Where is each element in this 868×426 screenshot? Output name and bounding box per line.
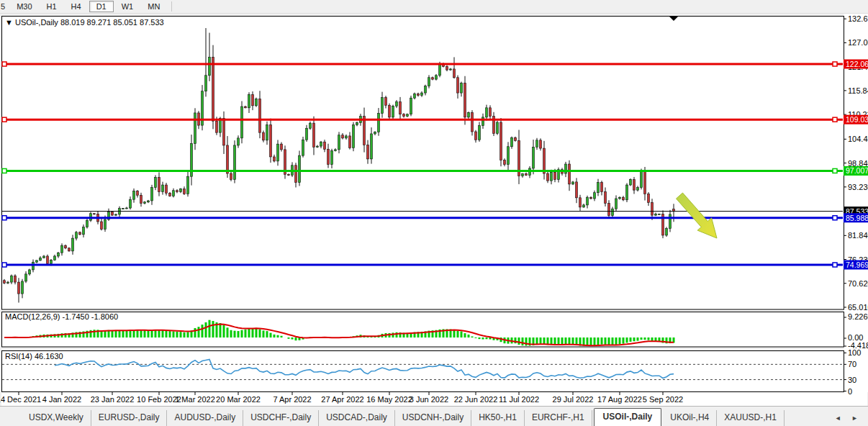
rsi-label: RSI(14) 46.1630 <box>5 352 63 361</box>
tab-eurusd-daily[interactable]: EURUSD-,Daily <box>91 410 168 426</box>
period-button-m30[interactable]: M30 <box>10 1 38 12</box>
tab-audusd-daily[interactable]: AUDUSD-,Daily <box>167 410 243 426</box>
svg-text:4 Jan 2022: 4 Jan 2022 <box>42 395 81 404</box>
svg-text:0: 0 <box>848 387 852 396</box>
svg-text:9.2266: 9.2266 <box>848 312 868 321</box>
svg-text:11 Jul 2022: 11 Jul 2022 <box>499 395 539 404</box>
svg-text:27 Apr 2022: 27 Apr 2022 <box>321 395 363 404</box>
svg-text:132.670: 132.670 <box>848 14 868 23</box>
period-button-h4[interactable]: H4 <box>65 1 88 12</box>
tab-hk50-h1[interactable]: HK50-,H1 <box>471 410 525 426</box>
tab-usoil-daily[interactable]: USOil-,Daily <box>594 408 662 426</box>
svg-text:109.036: 109.036 <box>846 115 868 124</box>
period-button-mn[interactable]: MN <box>141 1 166 12</box>
rsi-panel[interactable] <box>2 351 844 392</box>
svg-text:29 Jul 2022: 29 Jul 2022 <box>553 395 594 404</box>
period-button-5[interactable]: 5 <box>0 1 9 12</box>
svg-text:122.066: 122.066 <box>846 60 868 68</box>
tab-usdcad-daily[interactable]: USDCAD-,Daily <box>319 410 395 426</box>
svg-text:81.840: 81.840 <box>848 231 868 240</box>
tab-usdx-weekly[interactable]: USDX,Weekly <box>22 410 91 426</box>
macd-panel[interactable] <box>2 312 844 348</box>
tabs: USDX,WeeklyEURUSD-,DailyAUDUSD-,DailyUSD… <box>22 407 785 426</box>
tab-scroll-left-icon[interactable]: ◄ <box>835 414 846 422</box>
svg-text:14 Dec 2021: 14 Dec 2021 <box>0 395 41 404</box>
svg-text:93.230: 93.230 <box>848 183 868 191</box>
svg-text:74.969: 74.969 <box>846 260 868 269</box>
svg-text:7 Apr 2022: 7 Apr 2022 <box>273 395 311 404</box>
svg-text:127.060: 127.060 <box>848 38 868 47</box>
period-toolbar: 5M30H1H4D1W1MN <box>0 0 868 14</box>
svg-text:70.620: 70.620 <box>848 279 868 288</box>
svg-text:100: 100 <box>848 348 861 357</box>
instrument-tabbar: USDX,WeeklyEURUSD-,DailyAUDUSD-,DailyUSD… <box>0 406 868 426</box>
svg-text:65.010: 65.010 <box>848 303 868 312</box>
period-button-d1[interactable]: D1 <box>89 1 114 12</box>
svg-text:104.450: 104.450 <box>848 135 868 143</box>
chart-title: ▼ USOil-,Daily 88.019 89.271 85.051 87.5… <box>5 18 164 27</box>
tab-xauusd-h1[interactable]: XAUUSD-,H1 <box>717 410 785 426</box>
svg-text:70: 70 <box>848 360 856 368</box>
chart-canvas[interactable]: 132.670127.060121.450115.840110.230104.4… <box>0 0 868 426</box>
tab-usdchf-daily[interactable]: USDCHF-,Daily <box>243 410 319 426</box>
svg-text:1 Mar 2022: 1 Mar 2022 <box>175 395 215 404</box>
tab-scroll-arrows: ◄ ► <box>835 414 868 422</box>
tab-ukoil-h4[interactable]: UKOil-,H4 <box>663 410 717 426</box>
macd-label: MACD(12,26,9) -1.7450 -1.8060 <box>5 312 118 321</box>
collapse-triangle-icon[interactable]: ▼ <box>5 18 15 27</box>
tab-scroll-right-icon[interactable]: ► <box>851 414 862 422</box>
period-button-w1[interactable]: W1 <box>115 1 140 12</box>
svg-text:17 Aug 2022: 17 Aug 2022 <box>597 395 642 404</box>
svg-text:3 Jun 2022: 3 Jun 2022 <box>410 395 448 404</box>
svg-text:20 Mar 2022: 20 Mar 2022 <box>216 395 261 404</box>
tab-usdcnh-daily[interactable]: USDCNH-,Daily <box>395 410 471 426</box>
svg-text:5 Sep 2022: 5 Sep 2022 <box>643 395 683 404</box>
svg-text:22 Jun 2022: 22 Jun 2022 <box>454 395 498 404</box>
svg-text:23 Jan 2022: 23 Jan 2022 <box>91 395 135 404</box>
svg-text:85.988: 85.988 <box>846 214 868 222</box>
svg-text:115.840: 115.840 <box>848 86 868 95</box>
mt4-window: 5M30H1H4D1W1MN 132.670127.060121.450115.… <box>0 0 868 426</box>
toolbar-separator <box>171 1 172 12</box>
ohlc-values: 88.019 89.271 85.051 87.533 <box>60 18 164 27</box>
svg-text:97.007: 97.007 <box>846 166 868 175</box>
svg-text:30: 30 <box>848 376 856 384</box>
period-buttons: 5M30H1H4D1W1MN <box>0 1 167 12</box>
tab-eurchf-h1[interactable]: EURCHF-,H1 <box>525 410 592 426</box>
svg-text:16 May 2022: 16 May 2022 <box>366 395 412 404</box>
period-button-h1[interactable]: H1 <box>40 1 63 12</box>
